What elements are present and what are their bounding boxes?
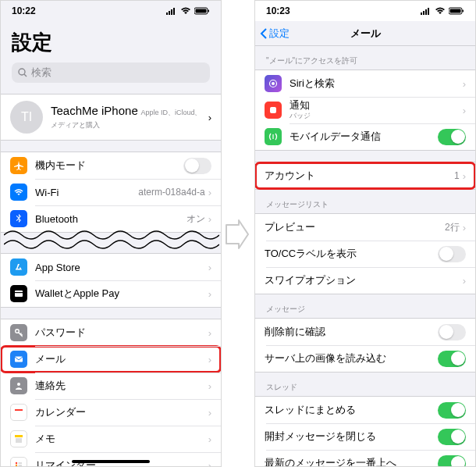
status-time: 10:22 bbox=[12, 5, 36, 16]
svg-rect-31 bbox=[450, 9, 461, 13]
row-preview[interactable]: プレビュー 2行 › bbox=[255, 214, 475, 241]
row-cellular-data[interactable]: モバイルデータ通信 bbox=[255, 123, 475, 150]
row-label: 連絡先 bbox=[35, 379, 208, 393]
row-detail: aterm-018a4d-a bbox=[138, 187, 204, 198]
row-label: メール bbox=[35, 352, 208, 366]
row-label: 開封メッセージを閉じる bbox=[265, 430, 438, 444]
siri-icon bbox=[265, 75, 282, 92]
toggle[interactable] bbox=[438, 324, 466, 340]
chevron-right-icon: › bbox=[208, 288, 211, 300]
calendar-icon bbox=[10, 404, 27, 421]
app-store-icon bbox=[10, 258, 27, 276]
row-detail: 2行 bbox=[445, 221, 460, 234]
row-label: WalletとApple Pay bbox=[35, 287, 208, 301]
row-load-remote-images[interactable]: サーバ上の画像を読み込む bbox=[255, 345, 475, 372]
row-passwords[interactable]: パスワード › bbox=[1, 319, 221, 346]
message-group: 削除前に確認 サーバ上の画像を読み込む bbox=[255, 318, 475, 373]
row-accounts[interactable]: アカウント 1 › bbox=[255, 162, 475, 189]
row-wallet[interactable]: WalletとApple Pay › bbox=[1, 280, 221, 307]
chevron-right-icon: › bbox=[463, 222, 466, 234]
signal-icon bbox=[166, 7, 177, 15]
toggle[interactable] bbox=[438, 129, 466, 145]
row-label: 最新のメッセージを一番上へ bbox=[265, 456, 438, 467]
message-list-group: プレビュー 2行 › TO/CCラベルを表示 スワイプオプション › bbox=[255, 213, 475, 294]
apple-id-row[interactable]: TI TeachMe iPhone Apple ID、iCloud、メディアと購… bbox=[1, 94, 221, 141]
row-label: プレビュー bbox=[265, 220, 445, 234]
chevron-left-icon bbox=[260, 28, 268, 39]
back-button[interactable]: 設定 bbox=[260, 27, 290, 41]
row-notes[interactable]: メモ › bbox=[1, 426, 221, 452]
toggle[interactable] bbox=[183, 158, 211, 174]
toggle[interactable] bbox=[438, 455, 466, 468]
status-time: 10:23 bbox=[266, 5, 290, 16]
row-sublabel: バッジ bbox=[290, 111, 463, 121]
home-indicator bbox=[72, 460, 150, 463]
row-ask-before-delete[interactable]: 削除前に確認 bbox=[255, 319, 475, 345]
row-label: スレッドにまとめる bbox=[265, 403, 438, 417]
svg-point-13 bbox=[17, 383, 20, 386]
svg-rect-16 bbox=[15, 435, 23, 437]
row-notifications[interactable]: 通知 バッジ › bbox=[255, 97, 475, 123]
toggle[interactable] bbox=[438, 351, 466, 367]
status-icons bbox=[421, 7, 464, 15]
chevron-right-icon: › bbox=[208, 407, 211, 419]
settings-screen: 10:22 設定 検索 TI TeachMe iPhone Apple ID、i… bbox=[0, 0, 222, 467]
svg-rect-0 bbox=[166, 12, 168, 15]
row-label: 機内モード bbox=[35, 159, 183, 173]
thread-group: スレッドにまとめる 開封メッセージを閉じる 最新のメッセージを一番上へ bbox=[255, 396, 475, 467]
row-swipe-options[interactable]: スワイプオプション › bbox=[255, 267, 475, 294]
svg-rect-9 bbox=[15, 291, 23, 297]
svg-point-7 bbox=[19, 69, 25, 75]
battery-icon bbox=[194, 7, 210, 15]
row-collapse-read[interactable]: 開封メッセージを閉じる bbox=[255, 423, 475, 450]
chevron-right-icon: › bbox=[463, 275, 466, 287]
notes-icon bbox=[10, 430, 27, 447]
search-input[interactable]: 検索 bbox=[12, 62, 210, 83]
row-calendar[interactable]: カレンダー › bbox=[1, 399, 221, 426]
toggle[interactable] bbox=[438, 402, 466, 419]
chevron-right-icon: › bbox=[208, 354, 211, 365]
row-tocc-label[interactable]: TO/CCラベルを表示 bbox=[255, 241, 475, 267]
row-label: サーバ上の画像を読み込む bbox=[265, 351, 438, 365]
account-group: アカウント 1 › bbox=[255, 162, 475, 190]
row-label: スワイプオプション bbox=[265, 273, 463, 287]
row-bluetooth[interactable]: Bluetooth オン › bbox=[1, 205, 221, 232]
chevron-right-icon: › bbox=[208, 327, 211, 339]
row-siri-search[interactable]: Siriと検索 › bbox=[255, 70, 475, 97]
chevron-right-icon: › bbox=[208, 433, 211, 445]
row-wifi[interactable]: Wi-Fi aterm-018a4d-a › bbox=[1, 179, 221, 205]
wifi-icon bbox=[10, 184, 27, 201]
nav-bar: 設定 メール bbox=[255, 21, 475, 46]
chevron-right-icon: › bbox=[208, 112, 211, 123]
svg-point-34 bbox=[272, 82, 275, 85]
toggle[interactable] bbox=[438, 246, 466, 262]
back-label: 設定 bbox=[269, 27, 290, 41]
bluetooth-icon bbox=[10, 210, 27, 227]
row-contacts[interactable]: 連絡先 › bbox=[1, 373, 221, 399]
connectivity-group: 機内モード Wi-Fi aterm-018a4d-a › Bluetooth オ… bbox=[1, 152, 221, 233]
svg-rect-12 bbox=[15, 357, 23, 362]
row-app-store[interactable]: App Store › bbox=[1, 254, 221, 280]
avatar: TI bbox=[10, 101, 43, 134]
svg-rect-3 bbox=[173, 8, 175, 15]
row-detail: オン bbox=[186, 212, 205, 226]
svg-rect-15 bbox=[15, 411, 23, 416]
svg-rect-26 bbox=[421, 12, 422, 15]
apple-id-name: TeachMe iPhone bbox=[51, 104, 138, 117]
row-organize-thread[interactable]: スレッドにまとめる bbox=[255, 397, 475, 423]
nav-bar: 設定 検索 bbox=[1, 21, 221, 87]
row-recent-top[interactable]: 最新のメッセージを一番上へ bbox=[255, 450, 475, 467]
toggle[interactable] bbox=[438, 429, 466, 445]
chevron-right-icon: › bbox=[208, 262, 211, 273]
nav-title: メール bbox=[350, 27, 381, 41]
row-mail[interactable]: メール › bbox=[1, 346, 221, 373]
notification-icon bbox=[265, 102, 282, 119]
row-label: 通知 bbox=[290, 100, 463, 110]
chevron-right-icon: › bbox=[208, 213, 211, 225]
svg-rect-36 bbox=[272, 134, 273, 139]
apps-group: パスワード › メール › 連絡先 › カレンダー › メモ › リマインダー … bbox=[1, 319, 221, 467]
row-airplane-mode[interactable]: 機内モード bbox=[1, 152, 221, 179]
row-label: Wi-Fi bbox=[35, 187, 138, 198]
section-header: スレッド bbox=[255, 373, 475, 396]
mail-settings-screen: 10:23 設定 メール "メール"にアクセスを許可 Siriと検索 › 通知 … bbox=[254, 0, 476, 467]
